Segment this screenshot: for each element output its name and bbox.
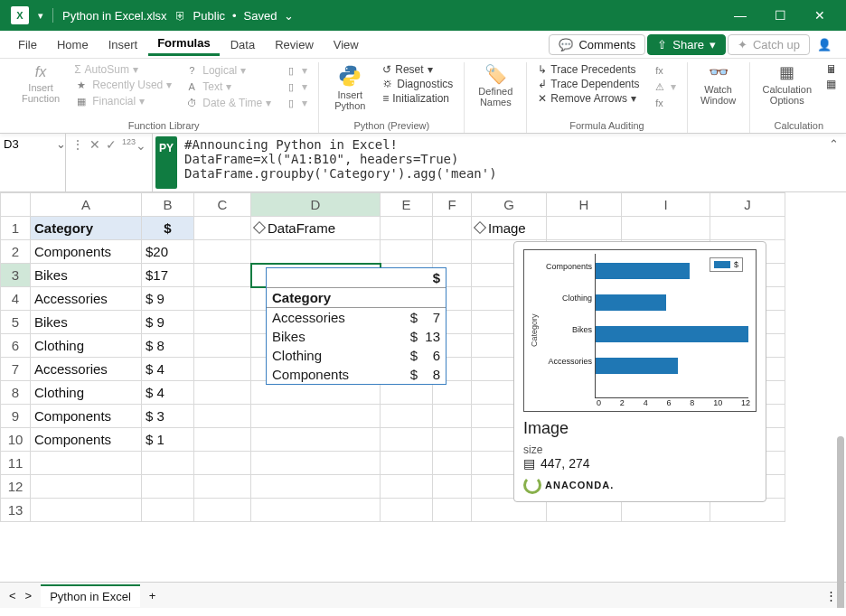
error-checking-button[interactable]: ⚠▾ [649, 79, 680, 95]
calc-now-button[interactable]: 🖩 [822, 62, 841, 77]
cell[interactable]: $ 4 [142, 358, 194, 381]
col-header-b[interactable]: B [142, 193, 194, 217]
row-header[interactable]: 9 [1, 405, 31, 428]
cell[interactable]: Components [31, 428, 142, 452]
col-header-g[interactable]: G [472, 193, 547, 217]
row-header[interactable]: 8 [1, 381, 31, 405]
cell-g1[interactable]: Image [472, 217, 547, 240]
more-icon[interactable]: ⋮ [71, 137, 84, 152]
col-header-f[interactable]: F [433, 193, 472, 217]
row-header[interactable]: 4 [1, 287, 31, 311]
col-header-a[interactable]: A [31, 193, 142, 217]
name-box[interactable]: ⌄ [0, 134, 66, 191]
cell[interactable]: Clothing [31, 334, 142, 358]
insert-function-button[interactable]: fxInsert Function [16, 62, 65, 106]
defined-names-button[interactable]: 🏷️ Defined Names [472, 62, 519, 109]
window-maximize[interactable]: ☐ [765, 8, 795, 23]
name-box-input[interactable] [0, 134, 54, 154]
evaluate-formula-button[interactable]: fx [649, 95, 680, 111]
cell[interactable]: $ 8 [142, 334, 194, 358]
math-button[interactable]: ▯▾ [280, 79, 311, 95]
catch-up-button[interactable]: ✦Catch up [728, 34, 810, 55]
row-header[interactable]: 12 [1, 475, 31, 499]
cell[interactable]: Bikes [31, 264, 142, 287]
col-header-j[interactable]: J [710, 193, 785, 217]
share-button[interactable]: ⇧Share▾ [647, 34, 726, 55]
date-time-button[interactable]: ⏱Date & Time▾ [181, 95, 275, 111]
cell[interactable]: $ 9 [142, 287, 194, 311]
logical-button[interactable]: ?Logical▾ [181, 62, 275, 79]
sheet-next-icon[interactable]: > [25, 589, 33, 602]
tab-data[interactable]: Data [221, 34, 264, 55]
cell[interactable]: $ 1 [142, 428, 194, 452]
add-sheet-icon[interactable]: + [149, 589, 156, 602]
row-header[interactable]: 2 [1, 240, 31, 264]
calculation-options-button[interactable]: ▦Calculation Options [757, 62, 817, 107]
tab-formulas[interactable]: Formulas [148, 33, 220, 56]
image-card[interactable]: Category $ ComponentsClothingBikesAccess… [513, 241, 766, 502]
row-header[interactable]: 5 [1, 311, 31, 334]
col-header-e[interactable]: E [381, 193, 433, 217]
text-button[interactable]: AText▾ [181, 79, 275, 95]
col-header-i[interactable]: I [622, 193, 710, 217]
cell[interactable]: $ 9 [142, 311, 194, 334]
sheet-tab[interactable]: Python in Excel [41, 584, 140, 607]
diagnostics-button[interactable]: ⛭Diagnostics [379, 77, 456, 91]
initialization-button[interactable]: ≡Initialization [379, 91, 456, 106]
qat-save-menu[interactable]: ▾ [38, 10, 43, 22]
reset-button[interactable]: ↺Reset▾ [379, 62, 456, 77]
formula-input[interactable]: #Announcing Python in Excel! DataFrame=x… [177, 134, 822, 191]
expand-formula-icon[interactable]: ⌃ [822, 134, 846, 154]
tab-view[interactable]: View [324, 34, 368, 55]
cell[interactable]: Clothing [31, 381, 142, 405]
cell[interactable]: $ 3 [142, 405, 194, 428]
tab-review[interactable]: Review [266, 34, 323, 55]
row-header[interactable]: 7 [1, 358, 31, 381]
col-header-c[interactable]: C [194, 193, 251, 217]
calc-sheet-button[interactable]: ▦ [822, 77, 841, 91]
cell[interactable]: Accessories [31, 358, 142, 381]
cell[interactable]: Accessories [31, 287, 142, 311]
coauth-icon[interactable]: 👤 [812, 34, 837, 55]
convert-icon[interactable]: 123⌄ [122, 137, 146, 153]
row-header[interactable]: 11 [1, 452, 31, 475]
cell[interactable]: Bikes [31, 311, 142, 334]
vertical-scrollbar[interactable] [832, 436, 846, 608]
trace-precedents-button[interactable]: ↳Trace Precedents [534, 62, 643, 77]
comments-button[interactable]: 💬Comments [549, 34, 645, 55]
col-header-h[interactable]: H [547, 193, 622, 217]
tab-insert[interactable]: Insert [99, 34, 147, 55]
tab-file[interactable]: File [9, 34, 46, 55]
window-close[interactable]: ✕ [804, 8, 835, 23]
show-formulas-button[interactable]: fx [649, 62, 680, 79]
financial-button[interactable]: ▦Financial▾ [70, 93, 175, 109]
more-fn-button[interactable]: ▯▾ [280, 95, 311, 111]
col-header-d[interactable]: D [251, 193, 381, 217]
remove-arrows-button[interactable]: ✕Remove Arrows▾ [534, 91, 643, 106]
cell-d1[interactable]: DataFrame [251, 217, 381, 240]
insert-python-button[interactable]: Insert Python [326, 62, 373, 113]
dataframe-card[interactable]: $ Category Accessories$ 7 Bikes$ 13 Clot… [266, 267, 446, 385]
cell[interactable]: $17 [142, 264, 194, 287]
watch-window-button[interactable]: 👓Watch Window [695, 62, 742, 107]
recently-used-button[interactable]: ★Recently Used▾ [70, 77, 175, 93]
cell[interactable]: Components [31, 405, 142, 428]
accept-icon[interactable]: ✓ [106, 137, 117, 152]
row-header[interactable]: 6 [1, 334, 31, 358]
cell[interactable]: Components [31, 240, 142, 264]
tab-home[interactable]: Home [48, 34, 98, 55]
cell-b1[interactable]: $ [142, 217, 194, 240]
cell[interactable]: $20 [142, 240, 194, 264]
window-minimize[interactable]: — [725, 8, 756, 23]
row-header[interactable]: 3 [1, 264, 31, 287]
sheet-prev-icon[interactable]: < [9, 589, 16, 602]
lookup-button[interactable]: ▯▾ [280, 62, 311, 79]
row-header[interactable]: 10 [1, 428, 31, 452]
trace-dependents-button[interactable]: ↲Trace Dependents [534, 77, 643, 91]
autosum-button[interactable]: ΣAutoSum▾ [70, 62, 175, 77]
cell[interactable]: $ 4 [142, 381, 194, 405]
cancel-icon[interactable]: ✕ [89, 137, 100, 152]
row-header[interactable]: 1 [1, 217, 31, 240]
cell-a1[interactable]: Category [31, 217, 142, 240]
row-header[interactable]: 13 [1, 499, 31, 522]
